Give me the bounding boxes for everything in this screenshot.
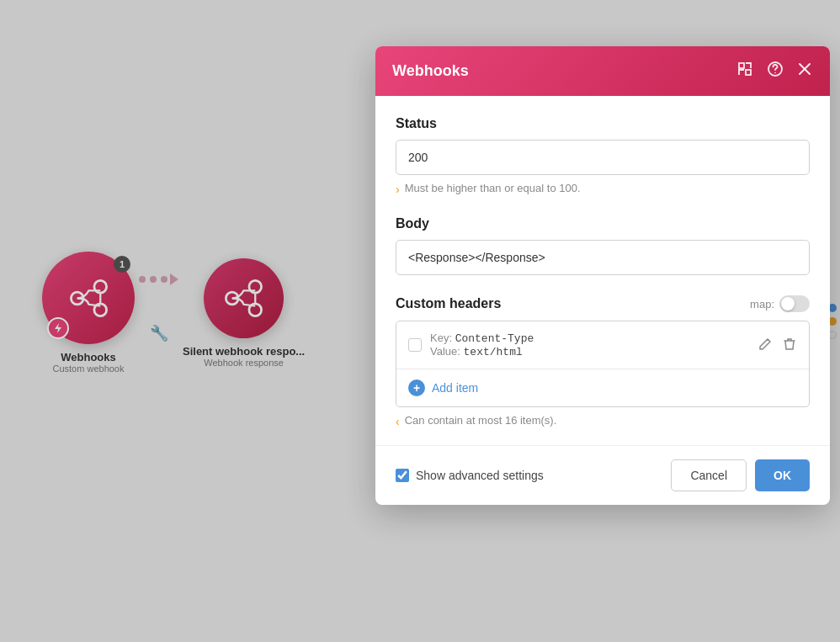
items-hint: ‹ Can contain at most 16 item(s). <box>396 414 810 428</box>
status-label: Status <box>396 116 810 131</box>
map-label: map: <box>750 298 774 310</box>
custom-headers-label: Custom headers <box>396 296 501 311</box>
status-hint-text: Must be higher than or equal to 100. <box>405 182 581 194</box>
ok-button[interactable]: OK <box>755 459 810 491</box>
map-toggle-switch[interactable] <box>779 295 810 312</box>
cancel-button[interactable]: Cancel <box>671 459 747 491</box>
header-actions <box>757 336 797 355</box>
status-hint: › Must be higher than or equal to 100. <box>396 182 810 196</box>
footer-buttons: Cancel OK <box>671 459 810 491</box>
modal-footer: Show advanced settings Cancel OK <box>375 445 830 505</box>
header-value-line: Value: text/html <box>430 345 748 358</box>
modal-body: Status › Must be higher than or equal to… <box>375 96 830 445</box>
show-advanced-label: Show advanced settings <box>416 469 544 482</box>
header-checkbox[interactable] <box>408 338 422 352</box>
items-hint-text: Can contain at most 16 item(s). <box>405 414 557 427</box>
custom-headers-section-header: Custom headers map: <box>396 295 810 312</box>
body-label: Body <box>396 216 810 231</box>
header-value-label: Value: <box>430 345 460 358</box>
show-advanced-checkbox[interactable] <box>396 469 409 482</box>
headers-box: Key: Content-Type Value: text/html <box>396 321 810 407</box>
add-item-icon: + <box>408 379 425 396</box>
body-input[interactable] <box>396 240 810 275</box>
edit-header-button[interactable] <box>757 336 774 355</box>
header-key-value: Content-Type <box>455 332 534 345</box>
header-value-value: text/html <box>464 346 523 358</box>
show-advanced-section: Show advanced settings <box>396 469 544 482</box>
svg-rect-7 <box>746 70 751 75</box>
add-item-row[interactable]: + Add item <box>396 369 809 406</box>
header-key-label: Key: <box>430 332 452 344</box>
modal-webhooks: Webhooks <box>375 46 830 505</box>
modal-title: Webhooks <box>392 62 469 80</box>
map-toggle-area: map: <box>750 295 810 312</box>
modal-header-icons <box>736 60 813 82</box>
hint-arrow-left: ‹ <box>396 415 400 428</box>
help-button[interactable] <box>766 60 784 82</box>
header-item-row: Key: Content-Type Value: text/html <box>396 321 809 369</box>
expand-button[interactable] <box>736 60 754 82</box>
svg-point-9 <box>774 72 776 74</box>
status-input[interactable] <box>396 140 810 175</box>
svg-rect-6 <box>739 63 744 68</box>
header-content: Key: Content-Type Value: text/html <box>430 332 748 358</box>
hint-arrow-right: › <box>396 183 400 196</box>
header-key-line: Key: Content-Type <box>430 332 748 345</box>
delete-header-button[interactable] <box>782 336 797 355</box>
modal-header: Webhooks <box>375 46 830 96</box>
add-item-label: Add item <box>432 381 478 395</box>
toggle-knob <box>781 297 795 310</box>
close-button[interactable] <box>796 61 813 82</box>
